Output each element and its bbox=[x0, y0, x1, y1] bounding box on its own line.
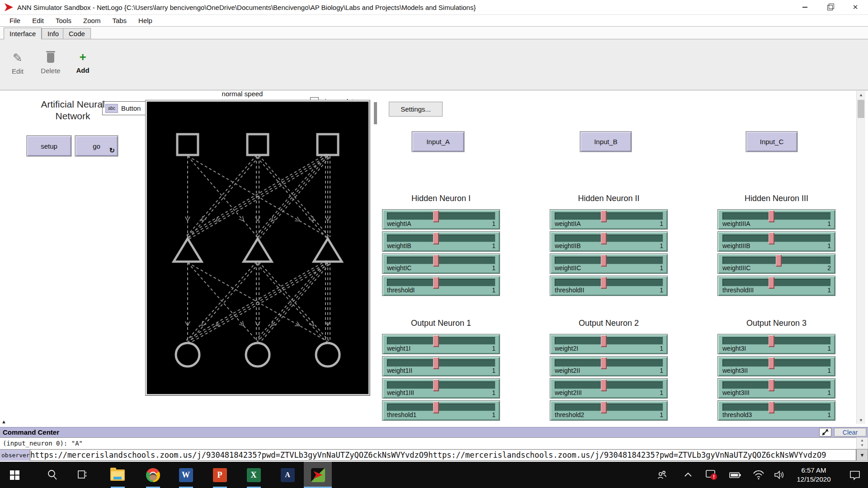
slider-weightIIA[interactable]: weightIIA1 bbox=[550, 209, 668, 230]
slider-weightIIC[interactable]: weightIIC1 bbox=[550, 253, 668, 274]
taskbar-acrobat[interactable]: A bbox=[278, 462, 297, 488]
slider-handle[interactable] bbox=[433, 277, 439, 289]
input-b-button[interactable]: Input_B bbox=[580, 131, 632, 152]
slider-handle[interactable] bbox=[601, 211, 607, 222]
scrollbar-thumb[interactable] bbox=[858, 100, 864, 118]
slider-track[interactable] bbox=[387, 403, 495, 411]
scroll-up-icon[interactable]: ▲ bbox=[857, 91, 865, 99]
slider-track[interactable] bbox=[387, 278, 495, 286]
slider-handle[interactable] bbox=[601, 357, 607, 369]
slider-handle[interactable] bbox=[776, 255, 782, 267]
slider-handle[interactable] bbox=[769, 402, 774, 413]
slider-track[interactable] bbox=[722, 234, 831, 242]
tray-overflow-button[interactable] bbox=[679, 462, 697, 488]
go-button[interactable]: go ↻ bbox=[75, 136, 118, 156]
slider-track[interactable] bbox=[554, 381, 663, 389]
slider-handle[interactable] bbox=[433, 211, 439, 222]
slider-handle[interactable] bbox=[769, 357, 774, 369]
settings-button[interactable]: Settings... bbox=[389, 102, 443, 117]
slider-handle[interactable] bbox=[601, 380, 607, 391]
taskbar-chrome[interactable] bbox=[143, 462, 163, 488]
slider-track[interactable] bbox=[722, 278, 831, 286]
tab-interface[interactable]: Interface bbox=[4, 28, 42, 39]
setup-button[interactable]: setup bbox=[27, 136, 71, 156]
slider-track[interactable] bbox=[387, 212, 495, 220]
slider-handle[interactable] bbox=[433, 255, 439, 267]
slider-track[interactable] bbox=[387, 234, 495, 242]
action-center-button[interactable] bbox=[844, 462, 866, 488]
slider-track[interactable] bbox=[554, 234, 663, 242]
taskbar-excel[interactable]: X bbox=[244, 462, 264, 488]
scroll-down-icon[interactable]: ▼ bbox=[857, 443, 868, 448]
tray-volume-button[interactable] bbox=[769, 462, 789, 488]
slider-track[interactable] bbox=[554, 403, 663, 411]
restore-button[interactable] bbox=[817, 0, 843, 14]
tray-notification-app-button[interactable]: ! bbox=[702, 462, 722, 488]
title-bar[interactable]: ANN Simulator Sandbox - NetLogo {C:\User… bbox=[0, 0, 868, 15]
command-history-dropdown[interactable]: ▼ bbox=[856, 449, 868, 461]
scroll-down-icon[interactable]: ▼ bbox=[857, 416, 865, 424]
slider-track[interactable] bbox=[387, 256, 495, 264]
input-c-button[interactable]: Input_C bbox=[746, 131, 797, 152]
slider-weight3III[interactable]: weight3III1 bbox=[717, 378, 835, 399]
menu-tools[interactable]: Tools bbox=[50, 17, 77, 24]
menu-file[interactable]: File bbox=[4, 17, 26, 24]
input-a-button[interactable]: Input_A bbox=[412, 131, 464, 152]
slider-weight2I[interactable]: weight2I1 bbox=[550, 334, 668, 354]
menu-tabs[interactable]: Tabs bbox=[106, 17, 132, 24]
slider-handle[interactable] bbox=[433, 357, 439, 369]
menu-help[interactable]: Help bbox=[132, 17, 158, 24]
slider-weight3I[interactable]: weight3I1 bbox=[717, 334, 835, 354]
slider-weightIIIC[interactable]: weightIIIC2 bbox=[717, 253, 835, 274]
slider-handle[interactable] bbox=[601, 233, 607, 244]
delete-widget-button[interactable]: Delete bbox=[38, 51, 63, 75]
command-log-scrollbar[interactable]: ▲ ▼ bbox=[856, 437, 868, 449]
slider-thresholdII[interactable]: thresholdII1 bbox=[550, 276, 668, 296]
slider-weight1II[interactable]: weight1II1 bbox=[382, 356, 500, 376]
vertical-scrollbar[interactable]: ▲ ▼ bbox=[856, 91, 865, 424]
tab-info[interactable]: Info bbox=[42, 28, 65, 39]
slider-handle[interactable] bbox=[601, 255, 607, 267]
close-button[interactable]: ✕ bbox=[843, 0, 868, 14]
slider-track[interactable] bbox=[554, 256, 663, 264]
scroll-corner-icon[interactable]: ▲ bbox=[1, 419, 6, 424]
tray-clock[interactable]: 6:57 AM 12/15/2020 bbox=[791, 462, 836, 488]
slider-track[interactable] bbox=[722, 212, 831, 220]
slider-track[interactable] bbox=[722, 337, 831, 345]
slider-weight1I[interactable]: weight1I1 bbox=[382, 334, 500, 354]
slider-track[interactable] bbox=[554, 359, 663, 367]
slider-weight1III[interactable]: weight1III1 bbox=[382, 378, 500, 399]
slider-threshold1[interactable]: threshold11 bbox=[382, 400, 500, 421]
slider-handle[interactable] bbox=[601, 402, 607, 413]
tray-people-button[interactable] bbox=[652, 462, 672, 488]
observer-prompt[interactable]: observer> bbox=[0, 449, 30, 461]
menu-zoom[interactable]: Zoom bbox=[77, 17, 106, 24]
slider-weightIIIB[interactable]: weightIIIB1 bbox=[717, 231, 835, 252]
slider-handle[interactable] bbox=[769, 211, 774, 222]
minimize-button[interactable] bbox=[792, 0, 817, 14]
slider-weightIIIA[interactable]: weightIIIA1 bbox=[717, 209, 835, 230]
taskbar-netlogo[interactable] bbox=[304, 462, 332, 488]
taskbar-powerpoint[interactable]: P bbox=[210, 462, 230, 488]
slider-track[interactable] bbox=[554, 212, 663, 220]
tab-code[interactable]: Code bbox=[63, 28, 91, 39]
slider-handle[interactable] bbox=[769, 380, 774, 391]
slider-track[interactable] bbox=[722, 403, 831, 411]
slider-handle[interactable] bbox=[433, 335, 439, 347]
slider-track[interactable] bbox=[387, 381, 495, 389]
slider-handle[interactable] bbox=[433, 380, 439, 391]
slider-threshold2[interactable]: threshold21 bbox=[550, 400, 668, 421]
add-widget-button[interactable]: + Add bbox=[72, 50, 93, 74]
slider-threshold3[interactable]: threshold31 bbox=[717, 400, 835, 421]
slider-thresholdIII[interactable]: thresholdIII1 bbox=[717, 276, 835, 296]
slider-weight2III[interactable]: weight2III1 bbox=[550, 378, 668, 399]
slider-handle[interactable] bbox=[601, 277, 607, 289]
clear-button[interactable]: Clear bbox=[834, 428, 866, 436]
taskbar-word[interactable]: W bbox=[176, 462, 196, 488]
taskbar-file-explorer[interactable] bbox=[108, 462, 127, 488]
tray-battery-button[interactable] bbox=[725, 462, 745, 488]
tray-wifi-button[interactable] bbox=[749, 462, 769, 488]
slider-track[interactable] bbox=[387, 359, 495, 367]
command-input[interactable]: https://mercerislandschools.zoom.us/j/93… bbox=[30, 449, 856, 461]
slider-track[interactable] bbox=[722, 359, 831, 367]
